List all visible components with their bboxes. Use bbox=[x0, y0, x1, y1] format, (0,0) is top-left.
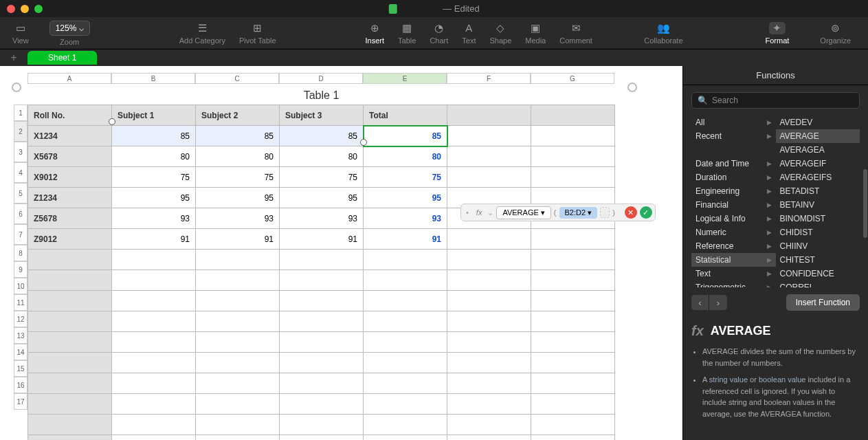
cell[interactable] bbox=[531, 394, 615, 415]
cell[interactable] bbox=[280, 353, 364, 373]
row-header-13[interactable]: 13 bbox=[14, 327, 27, 344]
cell[interactable]: 91 bbox=[280, 229, 364, 250]
cell[interactable] bbox=[280, 291, 364, 311]
cell[interactable] bbox=[196, 394, 280, 415]
nav-forward-button[interactable]: › bbox=[709, 295, 727, 310]
cell[interactable]: 93 bbox=[280, 208, 364, 229]
cell[interactable] bbox=[531, 311, 615, 332]
cell[interactable] bbox=[112, 291, 196, 311]
cell[interactable] bbox=[531, 126, 615, 146]
cell[interactable]: 91 bbox=[112, 229, 196, 250]
cell[interactable]: 91 bbox=[196, 229, 280, 250]
cell[interactable]: 95 bbox=[196, 188, 280, 208]
cell[interactable] bbox=[447, 332, 531, 353]
cell[interactable] bbox=[196, 415, 280, 435]
header-f[interactable] bbox=[447, 105, 531, 126]
cell[interactable]: 75 bbox=[112, 167, 196, 188]
cell[interactable]: 85 bbox=[196, 126, 280, 146]
formula-arg-slot[interactable] bbox=[600, 207, 610, 218]
media-button[interactable]: ▣ Media bbox=[518, 22, 553, 45]
row-header-17[interactable]: 17 bbox=[14, 393, 27, 410]
cell[interactable] bbox=[531, 415, 615, 435]
cell[interactable] bbox=[364, 415, 447, 435]
cell[interactable] bbox=[364, 291, 447, 311]
cell[interactable] bbox=[112, 250, 196, 270]
category-item[interactable] bbox=[691, 143, 776, 157]
cell[interactable] bbox=[447, 311, 531, 332]
cancel-formula-button[interactable]: ✕ bbox=[625, 206, 637, 219]
table-handle-left[interactable] bbox=[12, 82, 21, 92]
cell[interactable] bbox=[280, 270, 364, 291]
header-g[interactable] bbox=[531, 105, 615, 126]
cell[interactable] bbox=[196, 311, 280, 332]
cell[interactable]: Z1234 bbox=[28, 188, 112, 208]
insert-button[interactable]: ⊕ Insert bbox=[359, 22, 392, 45]
cell[interactable] bbox=[447, 291, 531, 311]
category-item[interactable]: Reference▶ bbox=[691, 239, 776, 253]
format-button[interactable]: ✦ Format bbox=[759, 22, 797, 45]
cell[interactable] bbox=[112, 311, 196, 332]
cell[interactable] bbox=[364, 435, 447, 441]
cell[interactable] bbox=[28, 394, 112, 415]
cell[interactable]: 93 bbox=[364, 208, 447, 229]
cell[interactable] bbox=[531, 435, 615, 441]
cell[interactable] bbox=[447, 435, 531, 441]
cell[interactable] bbox=[280, 435, 364, 441]
function-list[interactable]: AVEDEVAVERAGEAVERAGEAAVERAGEIFAVERAGEIFS… bbox=[776, 116, 860, 287]
cell[interactable] bbox=[364, 394, 447, 415]
cell[interactable] bbox=[531, 353, 615, 373]
row-header-15[interactable]: 15 bbox=[14, 360, 27, 377]
function-item[interactable]: BETADIST bbox=[776, 184, 860, 198]
row-header-7[interactable]: 7 bbox=[14, 224, 27, 245]
cell[interactable] bbox=[112, 373, 196, 394]
view-button[interactable]: ▭ View bbox=[5, 22, 36, 45]
cell[interactable] bbox=[112, 435, 196, 441]
cell[interactable] bbox=[280, 394, 364, 415]
cell[interactable]: X5678 bbox=[28, 146, 112, 167]
row-header-1[interactable]: 1 bbox=[14, 104, 27, 121]
function-item[interactable]: AVERAGE bbox=[776, 129, 860, 143]
cell[interactable] bbox=[364, 270, 447, 291]
row-header-16[interactable]: 16 bbox=[14, 377, 27, 393]
col-header-c[interactable]: C bbox=[195, 73, 279, 84]
function-item[interactable]: CHIDIST bbox=[776, 226, 860, 239]
cell[interactable] bbox=[280, 373, 364, 394]
cell[interactable] bbox=[364, 250, 447, 270]
cell[interactable]: 91 bbox=[364, 229, 447, 250]
cell[interactable] bbox=[196, 291, 280, 311]
cell[interactable] bbox=[28, 353, 112, 373]
category-item[interactable]: Numeric▶ bbox=[691, 226, 776, 239]
accept-formula-button[interactable]: ✓ bbox=[640, 206, 652, 219]
cell[interactable]: X1234 bbox=[28, 126, 112, 146]
insert-function-button[interactable]: Insert Function bbox=[786, 294, 860, 311]
category-item[interactable]: Trigonometric▶ bbox=[691, 280, 776, 287]
row-header-11[interactable]: 11 bbox=[14, 294, 27, 311]
table-handle-right[interactable] bbox=[627, 82, 637, 92]
sheet-area[interactable]: A B C D E F G Table 1 1 2 3 4 5 6 bbox=[0, 66, 682, 440]
cell[interactable]: 85 bbox=[112, 126, 196, 146]
cell[interactable] bbox=[196, 250, 280, 270]
cell[interactable] bbox=[531, 167, 615, 188]
cell[interactable]: 95 bbox=[112, 188, 196, 208]
cell[interactable]: 95 bbox=[364, 188, 447, 208]
header-s3[interactable]: Subject 3 bbox=[280, 105, 364, 126]
cell[interactable]: 93 bbox=[112, 208, 196, 229]
maximize-window[interactable] bbox=[34, 5, 43, 13]
header-roll[interactable]: Roll No. bbox=[28, 105, 112, 126]
cell[interactable] bbox=[112, 270, 196, 291]
col-header-d[interactable]: D bbox=[279, 73, 363, 84]
sheet-tab[interactable]: Sheet 1 bbox=[27, 51, 97, 65]
table-title[interactable]: Table 1 bbox=[27, 84, 615, 104]
cell[interactable] bbox=[531, 373, 615, 394]
category-list[interactable]: All▶Recent▶ Date and Time▶Duration▶Engin… bbox=[691, 116, 776, 287]
category-item[interactable]: All▶ bbox=[691, 116, 776, 129]
cell[interactable] bbox=[447, 373, 531, 394]
cell[interactable] bbox=[364, 311, 447, 332]
function-item[interactable]: AVERAGEIFS bbox=[776, 170, 860, 184]
category-item[interactable]: Statistical▶ bbox=[691, 253, 776, 267]
header-total[interactable]: Total bbox=[364, 105, 447, 126]
category-item[interactable]: Logical & Info▶ bbox=[691, 212, 776, 226]
col-header-g[interactable]: G bbox=[531, 73, 614, 84]
header-s1[interactable]: Subject 1 bbox=[112, 105, 196, 126]
minimize-window[interactable] bbox=[21, 5, 29, 13]
